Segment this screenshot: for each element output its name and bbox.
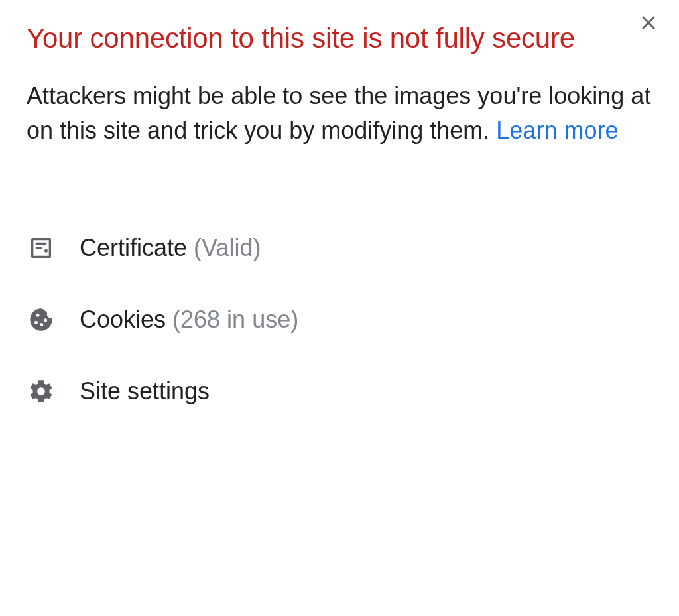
menu-list: Certificate (Valid) Cookies (268 in use)… (27, 180, 652, 427)
certificate-label: Certificate (80, 234, 187, 262)
site-settings-item[interactable]: Site settings (27, 355, 652, 427)
gear-icon (27, 377, 56, 406)
site-info-popup: Your connection to this site is not full… (0, 0, 679, 454)
learn-more-link[interactable]: Learn more (496, 117, 618, 144)
cookies-label: Cookies (80, 306, 166, 334)
security-warning-description: Attackers might be able to see the image… (27, 79, 652, 148)
cookie-icon (27, 305, 56, 334)
certificate-item[interactable]: Certificate (Valid) (27, 212, 652, 284)
cookies-status: (268 in use) (172, 306, 298, 334)
close-button[interactable] (637, 12, 660, 36)
site-settings-label: Site settings (80, 377, 210, 405)
certificate-status: (Valid) (194, 234, 261, 262)
security-warning-title: Your connection to this site is not full… (27, 20, 652, 58)
certificate-icon (27, 233, 56, 263)
close-icon (639, 13, 658, 34)
cookies-item[interactable]: Cookies (268 in use) (27, 284, 652, 355)
